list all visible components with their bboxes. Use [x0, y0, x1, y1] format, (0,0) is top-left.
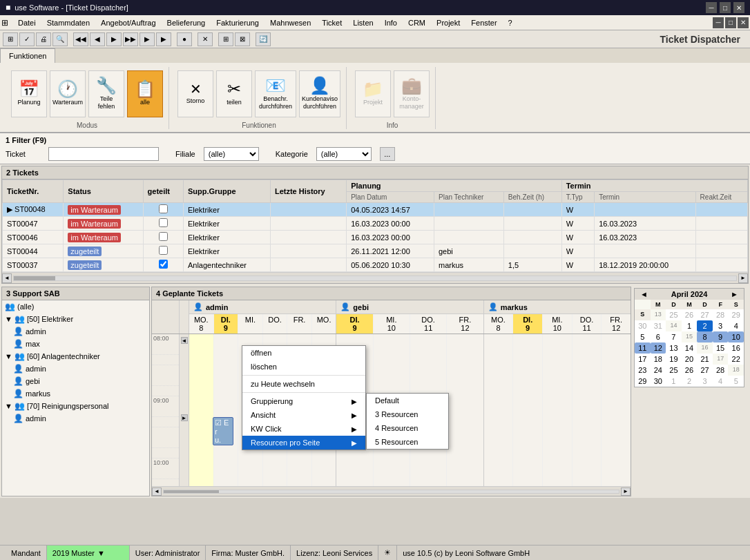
- btn-alle[interactable]: 📋 alle: [127, 70, 163, 117]
- kategorie-more-btn[interactable]: ...: [380, 147, 395, 161]
- sub-5[interactable]: 5 Resourcen: [367, 435, 448, 449]
- maximize-button[interactable]: □: [720, 2, 731, 13]
- scroll-left-btn[interactable]: ◄: [2, 273, 12, 283]
- tb-refresh[interactable]: 🔄: [256, 32, 271, 46]
- btn-kontoman[interactable]: 💼 Konto-manager: [394, 70, 430, 117]
- table-row[interactable]: ST00047 im Warteraum Elektriker 16.03.20…: [3, 217, 748, 231]
- btn-teilen[interactable]: ✂ teilen: [216, 70, 252, 117]
- cal-day-today[interactable]: 2: [697, 320, 713, 331]
- btn-warteraum[interactable]: 🕐 Warteraum: [50, 70, 86, 117]
- tb-search[interactable]: 🔍: [52, 32, 68, 46]
- tb-del[interactable]: ✕: [198, 32, 213, 46]
- minimize-button[interactable]: ─: [706, 2, 717, 13]
- menu-stammdaten[interactable]: Stammdaten: [41, 17, 95, 28]
- sched-scroll-right[interactable]: ►: [621, 487, 631, 496]
- tree-item-anlagen[interactable]: ▼ 👥 [60] Anlagentechniker: [2, 350, 149, 363]
- menu-projekt[interactable]: Projekt: [431, 17, 465, 28]
- cal-day[interactable]: 5: [635, 331, 651, 342]
- menu-help[interactable]: ?: [503, 17, 518, 28]
- kategorie-select[interactable]: (alle): [316, 147, 372, 161]
- cal-day[interactable]: 3: [697, 376, 713, 387]
- btn-kunden[interactable]: 👤 Kundenavisodurchführen: [299, 70, 340, 117]
- cal-day[interactable]: 21: [697, 354, 713, 365]
- cal-day[interactable]: 30: [635, 320, 651, 331]
- menu-ticket[interactable]: Ticket: [316, 17, 347, 28]
- mini-cal-next[interactable]: ►: [728, 290, 741, 298]
- cal-day[interactable]: 29: [728, 309, 744, 320]
- ctx-oeffnen[interactable]: öffnen: [242, 346, 365, 360]
- ribbon-tab-funktionen[interactable]: Funktionen: [0, 48, 55, 63]
- tb-check[interactable]: ✓: [19, 32, 35, 46]
- ctx-loeschen[interactable]: löschen: [242, 360, 365, 374]
- cal-day[interactable]: 7: [666, 331, 682, 342]
- tb-grid2[interactable]: ⊞: [218, 32, 233, 46]
- tb-play2[interactable]: ▶: [156, 32, 171, 46]
- tb-play[interactable]: ▶: [140, 32, 155, 46]
- tree-item-reinigung[interactable]: ▼ 👥 [70] Reinigungspersonal: [2, 400, 149, 412]
- cal-day[interactable]: 23: [635, 365, 651, 376]
- tree-item-elektriker[interactable]: ▼ 👥 [50] Elektriker: [2, 313, 149, 325]
- scroll-right-btn[interactable]: ►: [738, 273, 748, 283]
- menu-belieferung[interactable]: Belieferung: [162, 17, 211, 28]
- cal-day[interactable]: 5: [728, 376, 744, 387]
- cal-day[interactable]: 1: [666, 376, 682, 387]
- filiale-select[interactable]: (alle): [204, 147, 259, 161]
- cal-day-sel[interactable]: 12: [651, 342, 666, 354]
- cal-day[interactable]: 17: [635, 354, 651, 365]
- tree-item-admin[interactable]: 👤 admin: [2, 325, 149, 338]
- cal-day[interactable]: 1: [682, 320, 698, 331]
- tb-grid3[interactable]: ⊠: [235, 32, 250, 46]
- ctx-heute[interactable]: zu Heute wechseln: [242, 377, 365, 391]
- menu-listen[interactable]: Listen: [347, 17, 378, 28]
- ctx-ansicht[interactable]: Ansicht ▶: [242, 408, 365, 422]
- ctx-kwclick[interactable]: KW Click ▶: [242, 422, 365, 436]
- cal-day[interactable]: 18: [651, 354, 666, 365]
- sub-maximize[interactable]: □: [725, 17, 736, 28]
- cal-day[interactable]: 30: [651, 376, 666, 387]
- tree-item-gebi[interactable]: 👤 gebi: [2, 375, 149, 387]
- cal-day[interactable]: 14: [682, 342, 698, 354]
- expand-right-btn[interactable]: ►: [181, 414, 188, 421]
- h-scrollbar[interactable]: [13, 276, 737, 281]
- tree-item-markus[interactable]: 👤 markus: [2, 387, 149, 400]
- tb-first[interactable]: ◀◀: [73, 32, 88, 46]
- cal-day[interactable]: 25: [666, 365, 682, 376]
- menu-crm[interactable]: CRM: [403, 17, 431, 28]
- menu-fakturierung[interactable]: Fakturierung: [211, 17, 265, 28]
- cal-day[interactable]: 4: [713, 376, 729, 387]
- ticket-block[interactable]: ☑ E r u.: [213, 417, 233, 445]
- table-row[interactable]: ST00046 im Warteraum Elektriker 16.03.20…: [3, 231, 748, 244]
- menu-mahnwesen[interactable]: Mahnwesen: [265, 17, 316, 28]
- menu-fenster[interactable]: Fenster: [465, 17, 502, 28]
- sub-default[interactable]: Default: [367, 394, 448, 407]
- cal-day[interactable]: 4: [728, 320, 744, 331]
- cal-day[interactable]: 28: [713, 309, 729, 320]
- cal-day-sel[interactable]: 11: [635, 342, 651, 354]
- ctx-resourcen[interactable]: Resourcen pro Seite ▶: [242, 436, 365, 450]
- tree-item-max[interactable]: 👤 max: [2, 338, 149, 350]
- ctx-gruppierung[interactable]: Gruppierung ▶: [242, 394, 365, 408]
- table-row[interactable]: ST00037 zugeteilt Anlagentechniker 05.06…: [3, 258, 748, 272]
- cal-day[interactable]: 31: [651, 320, 666, 331]
- btn-benachr[interactable]: 📧 Benachr.durchführen: [255, 70, 296, 117]
- sub-3[interactable]: 3 Resourcen: [367, 407, 448, 421]
- cal-day[interactable]: 24: [651, 365, 666, 376]
- cal-day[interactable]: 22: [728, 354, 744, 365]
- sched-scroll-left[interactable]: ◄: [152, 487, 162, 496]
- menu-datei[interactable]: Datei: [12, 17, 41, 28]
- mini-cal-prev[interactable]: ◄: [637, 290, 651, 298]
- menu-angebot[interactable]: Angebot/Auftrag: [95, 17, 162, 28]
- tree-item-admin2[interactable]: 👤 admin: [2, 363, 149, 375]
- tb-print[interactable]: 🖨: [36, 32, 51, 46]
- tree-item-alle[interactable]: 👥 (alle): [2, 300, 149, 313]
- table-row[interactable]: ▶ ST00048 im Warteraum Elektriker 04.05.…: [3, 203, 748, 217]
- cal-day-sel[interactable]: 9: [713, 331, 729, 342]
- sched-scrollbar[interactable]: [163, 490, 619, 494]
- btn-planung[interactable]: 📅 Planung: [11, 70, 47, 117]
- tb-last[interactable]: ▶▶: [123, 32, 138, 46]
- table-row[interactable]: ST00044 zugeteilt Elektriker 26.11.2021 …: [3, 244, 748, 258]
- cal-day-sel[interactable]: 10: [728, 331, 744, 342]
- menu-info[interactable]: Info: [379, 17, 403, 28]
- cal-day[interactable]: 27: [697, 309, 713, 320]
- tb-rec[interactable]: ●: [177, 32, 192, 46]
